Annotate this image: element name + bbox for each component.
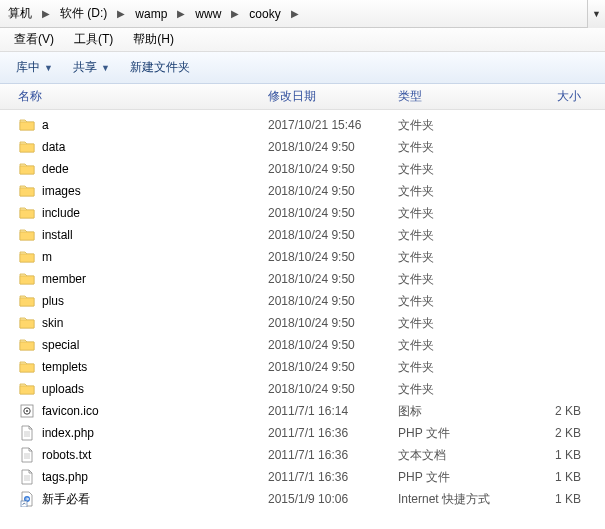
file-date: 2018/10/24 9:50: [268, 338, 398, 352]
file-date: 2011/7/1 16:36: [268, 426, 398, 440]
file-name-cell: include: [18, 205, 268, 221]
file-name: tags.php: [42, 470, 88, 484]
file-name-cell: member: [18, 271, 268, 287]
folder-icon: [18, 183, 36, 199]
column-date[interactable]: 修改日期: [268, 88, 398, 105]
file-type: 文件夹: [398, 183, 528, 200]
crumb-label: 软件 (D:): [60, 5, 107, 22]
file-name-cell: tags.php: [18, 469, 268, 485]
file-type: PHP 文件: [398, 425, 528, 442]
file-row[interactable]: images2018/10/24 9:50文件夹: [0, 180, 605, 202]
file-name-cell: a: [18, 117, 268, 133]
file-row[interactable]: plus2018/10/24 9:50文件夹: [0, 290, 605, 312]
chevron-right-icon[interactable]: ▶: [113, 8, 129, 19]
file-name-cell: favicon.ico: [18, 403, 268, 419]
file-name: data: [42, 140, 65, 154]
column-size[interactable]: 大小: [528, 88, 605, 105]
chevron-down-icon: ▼: [101, 63, 110, 73]
file-size: 2 KB: [528, 426, 605, 440]
file-row[interactable]: a2017/10/21 15:46文件夹: [0, 114, 605, 136]
column-name[interactable]: 名称: [18, 88, 268, 105]
folder-icon: [18, 293, 36, 309]
file-date: 2018/10/24 9:50: [268, 140, 398, 154]
file-name: images: [42, 184, 81, 198]
file-date: 2018/10/24 9:50: [268, 294, 398, 308]
file-row[interactable]: data2018/10/24 9:50文件夹: [0, 136, 605, 158]
file-name-cell: install: [18, 227, 268, 243]
file-size: 1 KB: [528, 448, 605, 462]
file-name: m: [42, 250, 52, 264]
file-row[interactable]: favicon.ico2011/7/1 16:14图标2 KB: [0, 400, 605, 422]
file-row[interactable]: templets2018/10/24 9:50文件夹: [0, 356, 605, 378]
folder-icon: [18, 161, 36, 177]
file-row[interactable]: member2018/10/24 9:50文件夹: [0, 268, 605, 290]
file-row[interactable]: m2018/10/24 9:50文件夹: [0, 246, 605, 268]
column-type[interactable]: 类型: [398, 88, 528, 105]
file-name: templets: [42, 360, 87, 374]
chevron-down-icon: ▼: [592, 9, 601, 19]
file-type: 文件夹: [398, 205, 528, 222]
shortcut-icon: [18, 491, 36, 507]
file-name-cell: uploads: [18, 381, 268, 397]
crumb-label: cooky: [249, 7, 280, 21]
folder-icon: [18, 117, 36, 133]
crumb-label: www: [195, 7, 221, 21]
file-date: 2011/7/1 16:14: [268, 404, 398, 418]
file-name: 新手必看: [42, 491, 90, 508]
file-row[interactable]: skin2018/10/24 9:50文件夹: [0, 312, 605, 334]
file-date: 2018/10/24 9:50: [268, 272, 398, 286]
new-folder-button[interactable]: 新建文件夹: [120, 52, 200, 83]
chevron-down-icon: ▼: [44, 63, 53, 73]
chevron-right-icon[interactable]: ▶: [173, 8, 189, 19]
file-row[interactable]: dede2018/10/24 9:50文件夹: [0, 158, 605, 180]
column-headers: 名称 修改日期 类型 大小: [0, 84, 605, 110]
file-row[interactable]: install2018/10/24 9:50文件夹: [0, 224, 605, 246]
file-name-cell: templets: [18, 359, 268, 375]
menu-help[interactable]: 帮助(H): [123, 31, 184, 48]
include-in-library-button[interactable]: 库中 ▼: [6, 52, 63, 83]
chevron-right-icon[interactable]: ▶: [227, 8, 243, 19]
folder-icon: [18, 205, 36, 221]
file-name: member: [42, 272, 86, 286]
breadcrumb-dropdown[interactable]: ▼: [587, 0, 605, 28]
file-name: install: [42, 228, 73, 242]
file-name-cell: skin: [18, 315, 268, 331]
file-name-cell: robots.txt: [18, 447, 268, 463]
file-type: 文件夹: [398, 227, 528, 244]
file-name: include: [42, 206, 80, 220]
chevron-right-icon[interactable]: ▶: [287, 8, 303, 19]
file-date: 2018/10/24 9:50: [268, 206, 398, 220]
file-row[interactable]: robots.txt2011/7/1 16:36文本文档1 KB: [0, 444, 605, 466]
toolbar-share-label: 共享: [73, 59, 97, 76]
file-name-cell: 新手必看: [18, 491, 268, 508]
crumb-2[interactable]: wamp: [129, 0, 173, 27]
file-name-cell: dede: [18, 161, 268, 177]
file-row[interactable]: 新手必看2015/1/9 10:06Internet 快捷方式1 KB: [0, 488, 605, 510]
crumb-4[interactable]: cooky: [243, 0, 286, 27]
file-date: 2018/10/24 9:50: [268, 228, 398, 242]
file-row[interactable]: special2018/10/24 9:50文件夹: [0, 334, 605, 356]
file-row[interactable]: tags.php2011/7/1 16:36PHP 文件1 KB: [0, 466, 605, 488]
crumb-3[interactable]: www: [189, 0, 227, 27]
file-type: 图标: [398, 403, 528, 420]
chevron-right-icon[interactable]: ▶: [38, 8, 54, 19]
crumb-0[interactable]: 算机: [2, 0, 38, 27]
folder-icon: [18, 139, 36, 155]
toolbar-newfolder-label: 新建文件夹: [130, 59, 190, 76]
breadcrumb[interactable]: 算机 ▶ 软件 (D:) ▶ wamp ▶ www ▶ cooky ▶ ▼: [0, 0, 605, 28]
file-icon: [18, 447, 36, 463]
crumb-1[interactable]: 软件 (D:): [54, 0, 113, 27]
folder-icon: [18, 337, 36, 353]
menubar: 查看(V) 工具(T) 帮助(H): [0, 28, 605, 52]
file-row[interactable]: include2018/10/24 9:50文件夹: [0, 202, 605, 224]
menu-view[interactable]: 查看(V): [4, 31, 64, 48]
crumb-label: wamp: [135, 7, 167, 21]
share-button[interactable]: 共享 ▼: [63, 52, 120, 83]
file-row[interactable]: uploads2018/10/24 9:50文件夹: [0, 378, 605, 400]
file-row[interactable]: index.php2011/7/1 16:36PHP 文件2 KB: [0, 422, 605, 444]
menu-tools[interactable]: 工具(T): [64, 31, 123, 48]
file-date: 2011/7/1 16:36: [268, 470, 398, 484]
folder-icon: [18, 271, 36, 287]
file-name: robots.txt: [42, 448, 91, 462]
file-name-cell: data: [18, 139, 268, 155]
